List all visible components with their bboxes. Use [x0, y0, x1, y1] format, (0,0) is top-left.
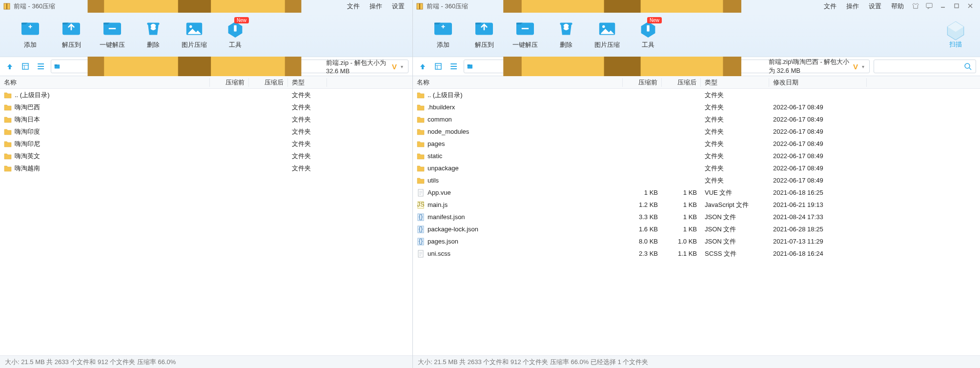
toolbar: 添加 解压到 一键解压 删除 图片压缩 New工具	[0, 13, 412, 57]
file-list[interactable]: .. (上级目录) 文件夹嗨淘巴西 文件夹嗨淘日本 文件夹嗨淘印度 文件夹嗨淘印…	[0, 89, 412, 355]
menu-settings[interactable]: 设置	[869, 2, 881, 11]
file-row[interactable]: 嗨淘越南 文件夹	[0, 162, 412, 174]
svg-rect-39	[468, 64, 470, 65]
svg-rect-7	[109, 28, 116, 29]
svg-point-15	[38, 68, 39, 69]
menu-settings[interactable]: 设置	[392, 2, 405, 11]
file-row[interactable]: node_modules 文件夹2022-06-17 08:49	[413, 125, 980, 138]
file-name: manifest.json	[428, 213, 465, 221]
file-row[interactable]: uni.scss 2.3 KB 1.1 KB SCSS 文件2021-06-18…	[413, 247, 980, 260]
svg-rect-33	[647, 25, 649, 32]
svg-point-14	[38, 66, 39, 67]
file-row[interactable]: App.vue 1 KB 1 KB VUE 文件2021-06-18 16:25	[413, 186, 980, 199]
chevron-down-icon[interactable]: ▾	[860, 64, 866, 69]
col-type[interactable]: 类型	[288, 78, 327, 87]
svg-rect-23	[955, 4, 959, 8]
file-name: 嗨淘日本	[15, 115, 40, 124]
file-name: node_modules	[428, 128, 469, 135]
file-name: App.vue	[428, 189, 451, 196]
menu-action[interactable]: 操作	[369, 2, 382, 11]
search-input[interactable]	[874, 60, 976, 73]
delete-button[interactable]: 删除	[546, 20, 587, 49]
view-detail-button[interactable]	[20, 61, 31, 72]
col-before[interactable]: 压缩前	[623, 78, 662, 87]
file-name: .. (上级目录)	[15, 91, 50, 100]
menu-help[interactable]: 帮助	[891, 2, 904, 11]
feedback-icon[interactable]	[922, 2, 936, 11]
statusbar: 大小: 21.5 MB 共 2633 个文件和 912 个文件夹 压缩率 66.…	[413, 355, 980, 368]
column-headers: 名称 压缩前 压缩后 类型	[0, 76, 412, 89]
file-row[interactable]: JSmain.js 1.2 KB 1 KB JavaScript 文件2021-…	[413, 199, 980, 211]
view-list-button[interactable]	[448, 61, 460, 72]
path-input[interactable]: 前端.zip\嗨淘巴西 - 解包大小为 32.6 MB V ▾	[464, 60, 870, 73]
file-row[interactable]: 嗨淘英文 文件夹	[0, 150, 412, 162]
v-badge-icon: V	[851, 62, 860, 71]
file-row[interactable]: 嗨淘印尼 文件夹	[0, 138, 412, 150]
svg-rect-12	[22, 63, 28, 69]
add-button[interactable]: 添加	[423, 20, 464, 49]
file-row[interactable]: 嗨淘印度 文件夹	[0, 125, 412, 138]
svg-point-32	[602, 25, 605, 28]
col-before[interactable]: 压缩前	[210, 78, 249, 87]
scan-button[interactable]: 扫描	[938, 17, 973, 52]
svg-text:{}: {}	[419, 225, 423, 232]
file-name: 嗨淘越南	[15, 164, 40, 173]
extract-to-button[interactable]: 解压到	[51, 20, 92, 49]
file-name: static	[428, 152, 442, 160]
tools-button[interactable]: New工具	[215, 20, 256, 49]
file-row[interactable]: {}package-lock.json 1.6 KB 1 KB JSON 文件2…	[413, 223, 980, 235]
file-row[interactable]: {}manifest.json 3.3 KB 1 KB JSON 文件2021-…	[413, 211, 980, 223]
file-row[interactable]: common 文件夹2022-06-17 08:49	[413, 113, 980, 125]
view-detail-button[interactable]	[432, 61, 444, 72]
navbar: 前端.zip\嗨淘巴西 - 解包大小为 32.6 MB V ▾	[413, 57, 980, 76]
file-row[interactable]: .hbuilderx 文件夹2022-06-17 08:49	[413, 101, 980, 113]
col-after[interactable]: 压缩后	[249, 78, 288, 87]
file-row[interactable]: static 文件夹2022-06-17 08:49	[413, 150, 980, 162]
file-row[interactable]: utils 文件夹2022-06-17 08:49	[413, 174, 980, 186]
tools-button[interactable]: New工具	[628, 20, 669, 49]
svg-point-37	[450, 68, 451, 69]
image-compress-button[interactable]: 图片压缩	[587, 20, 628, 49]
menu-action[interactable]: 操作	[846, 2, 859, 11]
delete-button[interactable]: 删除	[133, 20, 174, 49]
file-name: 嗨淘巴西	[15, 103, 40, 112]
file-row[interactable]: 嗨淘日本 文件夹	[0, 113, 412, 125]
col-modified[interactable]: 修改日期	[769, 78, 867, 87]
close-button[interactable]	[963, 3, 977, 10]
file-row[interactable]: 嗨淘巴西 文件夹	[0, 101, 412, 113]
image-compress-button[interactable]: 图片压缩	[174, 20, 215, 49]
extract-to-button[interactable]: 解压到	[464, 20, 505, 49]
view-list-button[interactable]	[35, 61, 47, 72]
menu-file[interactable]: 文件	[347, 2, 360, 11]
up-button[interactable]	[417, 61, 429, 72]
file-list[interactable]: .. (上级目录) 文件夹.hbuilderx 文件夹2022-06-17 08…	[413, 89, 980, 355]
col-after[interactable]: 压缩后	[662, 78, 701, 87]
minimize-button[interactable]	[936, 3, 950, 10]
new-badge: New	[647, 17, 662, 23]
column-headers: 名称 压缩前 压缩后 类型修改日期	[413, 76, 980, 89]
file-row[interactable]: .. (上级目录) 文件夹	[413, 89, 980, 101]
add-button[interactable]: 添加	[10, 20, 51, 49]
skin-icon[interactable]	[909, 2, 922, 11]
svg-rect-17	[55, 64, 57, 65]
file-row[interactable]: {}pages.json 8.0 KB 1.0 KB JSON 文件2021-0…	[413, 235, 980, 247]
one-click-extract-button[interactable]: 一键解压	[92, 20, 133, 49]
file-name: unpackage	[428, 164, 459, 172]
svg-rect-29	[522, 28, 529, 29]
svg-text:JS: JS	[417, 201, 425, 208]
menu-file[interactable]: 文件	[824, 2, 837, 11]
file-name: utils	[428, 177, 439, 184]
col-name[interactable]: 名称	[0, 78, 210, 87]
maximize-button[interactable]	[950, 3, 963, 10]
up-button[interactable]	[4, 61, 16, 72]
file-row[interactable]: pages 文件夹2022-06-17 08:49	[413, 138, 980, 150]
path-input[interactable]: 前端.zip - 解包大小为 32.6 MB V ▾	[51, 60, 408, 73]
status-text: 大小: 21.5 MB 共 2633 个文件和 912 个文件夹 压缩率 66.…	[418, 358, 648, 367]
one-click-extract-button[interactable]: 一键解压	[505, 20, 546, 49]
chevron-down-icon[interactable]: ▾	[399, 64, 405, 69]
svg-rect-1	[6, 3, 7, 9]
file-row[interactable]: .. (上级目录) 文件夹	[0, 89, 412, 101]
col-type[interactable]: 类型	[701, 78, 769, 87]
col-name[interactable]: 名称	[413, 78, 623, 87]
file-row[interactable]: unpackage 文件夹2022-06-17 08:49	[413, 162, 980, 174]
